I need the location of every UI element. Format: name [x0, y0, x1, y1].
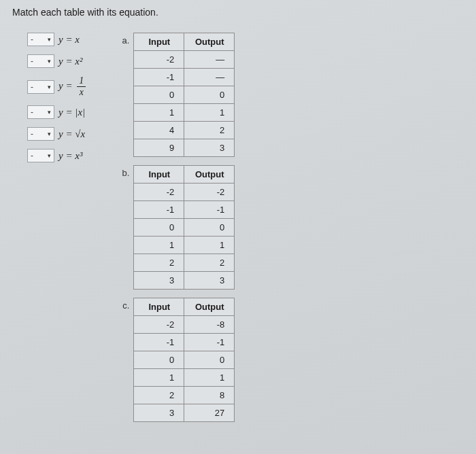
cell-out: 1: [184, 104, 235, 122]
table-row: 28: [134, 387, 235, 404]
select-eq-3[interactable]: - ▾: [27, 80, 54, 94]
table-row: -2—: [134, 51, 235, 69]
cell-out: 0: [184, 351, 235, 369]
equation-label: y = |x|: [58, 107, 85, 118]
cell-in: 3: [134, 404, 184, 422]
cell-in: -1: [134, 334, 184, 351]
cell-out: 3: [184, 272, 235, 290]
table-row: 00: [134, 351, 235, 369]
select-value: -: [31, 129, 33, 139]
chevron-down-icon: ▾: [48, 36, 51, 43]
header-output: Output: [184, 166, 235, 184]
question-text: Match each table with its equation.: [12, 7, 464, 18]
cell-out: 27: [184, 404, 235, 422]
select-value: -: [31, 82, 33, 92]
cell-out: 0: [184, 86, 235, 104]
table-row: 11: [134, 237, 235, 254]
table-row: -1-1: [134, 201, 235, 219]
cell-in: 1: [134, 369, 184, 387]
table-row: 42: [134, 122, 235, 139]
table-row: 33: [134, 272, 235, 290]
cell-in: 0: [134, 219, 184, 237]
table-row: -2-2: [134, 184, 235, 201]
equation-list: - ▾ y = x - ▾ y = x² - ▾ y =: [27, 33, 86, 171]
cell-in: 0: [134, 351, 184, 369]
select-eq-6[interactable]: - ▾: [27, 149, 54, 162]
table-c: Input Output -2-8 -1-1 00 11 28 327: [133, 298, 235, 422]
cell-out: -2: [184, 184, 235, 201]
cell-out: 8: [184, 387, 235, 404]
select-eq-2[interactable]: - ▾: [27, 54, 54, 68]
select-value: -: [31, 56, 33, 66]
cell-in: 1: [134, 237, 184, 254]
table-row: 11: [134, 104, 235, 122]
table-header-row: Input Output: [134, 298, 235, 316]
equation-label: y = 1 x: [58, 76, 86, 97]
equation-label: y = x²: [58, 56, 82, 67]
cell-in: -1: [134, 69, 184, 86]
table-row: -1-1: [134, 334, 235, 351]
cell-out: 0: [184, 219, 235, 237]
table-header-row: Input Output: [134, 166, 235, 184]
equation-row-4: - ▾ y = |x|: [27, 105, 86, 119]
cell-out: -1: [184, 334, 235, 351]
cell-in: 1: [134, 104, 184, 122]
equation-label: y = x³: [58, 150, 82, 162]
fraction-num: 1: [77, 76, 86, 87]
table-label-b: b.: [120, 165, 133, 178]
equation-label: y = √x: [58, 128, 85, 140]
chevron-down-icon: ▾: [48, 58, 51, 65]
tables-column: a. Input Output -2— -1— 00 11 42 93 b.: [120, 33, 235, 430]
equation-row-3: - ▾ y = 1 x: [27, 76, 86, 97]
header-input: Input: [134, 298, 184, 316]
table-row: 00: [134, 219, 235, 237]
chevron-down-icon: ▾: [48, 84, 51, 90]
table-b: Input Output -2-2 -1-1 00 11 22 33: [133, 165, 235, 290]
chevron-down-icon: ▾: [48, 152, 51, 159]
cell-in: -2: [134, 184, 184, 201]
chevron-down-icon: ▾: [48, 130, 51, 137]
cell-in: -2: [134, 51, 184, 69]
table-label-c: c.: [120, 298, 133, 311]
table-header-row: Input Output: [134, 33, 235, 51]
cell-out: 1: [184, 237, 235, 254]
header-output: Output: [184, 33, 235, 51]
equation-row-1: - ▾ y = x: [27, 33, 86, 46]
select-value: -: [31, 107, 33, 117]
cell-out: -1: [184, 201, 235, 219]
header-input: Input: [134, 33, 184, 51]
equation-row-2: - ▾ y = x²: [27, 54, 86, 68]
cell-in: 2: [134, 254, 184, 272]
select-eq-5[interactable]: - ▾: [27, 127, 54, 141]
cell-in: 2: [134, 387, 184, 404]
table-row: -2-8: [134, 316, 235, 334]
table-row: 11: [134, 369, 235, 387]
equation-label: y = x: [58, 34, 80, 46]
cell-out: 2: [184, 122, 235, 139]
cell-out: 1: [184, 369, 235, 387]
table-block-b: b. Input Output -2-2 -1-1 00 11 22 33: [120, 165, 235, 290]
cell-out: 3: [184, 139, 235, 157]
table-row: 22: [134, 254, 235, 272]
select-eq-4[interactable]: - ▾: [27, 105, 54, 119]
select-value: -: [31, 151, 33, 160]
cell-out: -8: [184, 316, 235, 334]
cell-in: -1: [134, 201, 184, 219]
header-input: Input: [134, 166, 184, 184]
select-eq-1[interactable]: - ▾: [27, 33, 54, 46]
table-block-c: c. Input Output -2-8 -1-1 00 11 28 327: [120, 298, 235, 422]
equation-row-6: - ▾ y = x³: [27, 149, 86, 162]
table-label-a: a.: [120, 33, 133, 46]
eq3-lhs: y =: [58, 80, 75, 91]
cell-in: 0: [134, 86, 184, 104]
cell-in: 4: [134, 122, 184, 139]
cell-in: 3: [134, 272, 184, 290]
table-row: -1—: [134, 69, 235, 86]
cell-out: —: [184, 69, 235, 86]
fraction-icon: 1 x: [77, 76, 86, 97]
select-value: -: [31, 35, 33, 44]
cell-out: —: [184, 51, 235, 69]
cell-in: -2: [134, 316, 184, 334]
cell-out: 2: [184, 254, 235, 272]
table-a: Input Output -2— -1— 00 11 42 93: [133, 33, 235, 157]
